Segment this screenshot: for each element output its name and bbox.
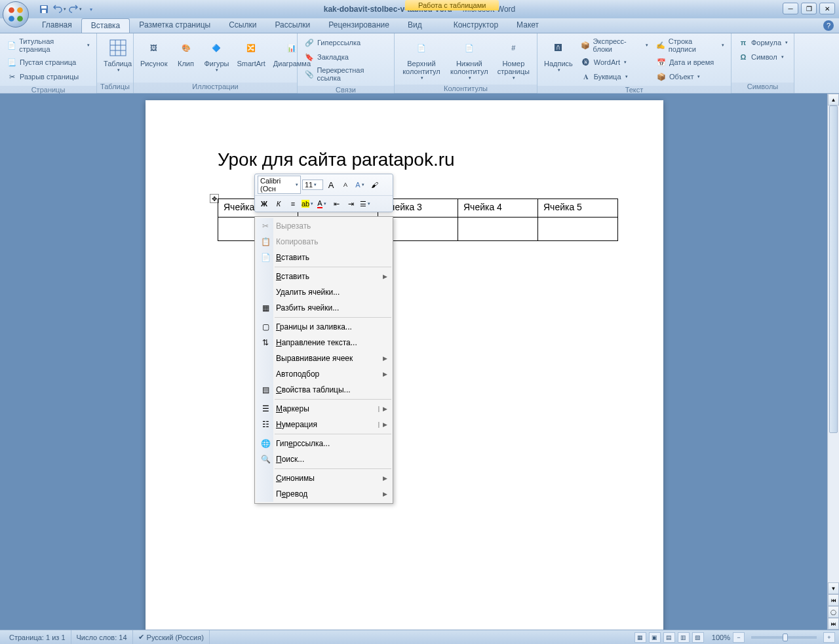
tab-layout[interactable]: Макет xyxy=(507,18,548,33)
tab-insert[interactable]: Вставка xyxy=(81,18,130,33)
bold-button[interactable]: Ж xyxy=(258,197,271,210)
view-print-layout[interactable]: ▦ xyxy=(634,632,646,643)
zoom-out-button[interactable]: − xyxy=(733,632,745,643)
status-words[interactable]: Число слов: 14 xyxy=(71,630,133,644)
help-button[interactable]: ? xyxy=(823,20,834,31)
zoom-slider-thumb[interactable] xyxy=(783,634,788,641)
status-page[interactable]: Страница: 1 из 1 xyxy=(4,630,71,644)
pagenum-button[interactable]: #Номер страницы▾ xyxy=(494,36,533,82)
cover-page-icon: 📄 xyxy=(7,40,16,50)
tab-page-layout[interactable]: Разметка страницы xyxy=(130,18,220,33)
tab-view[interactable]: Вид xyxy=(399,18,431,33)
view-outline[interactable]: ▥ xyxy=(678,632,690,643)
tab-mailings[interactable]: Рассылки xyxy=(265,18,319,33)
smartart-button[interactable]: 🔀SmartArt xyxy=(234,36,267,69)
ctx-delete-cells[interactable]: Удалить ячейки... xyxy=(256,284,391,300)
zoom-in-button[interactable]: + xyxy=(823,632,835,643)
redo-button[interactable]: ▾ xyxy=(68,2,83,16)
ctx-lookup[interactable]: 🔍Поиск... xyxy=(256,451,391,467)
ctx-split-cells[interactable]: ▦Разбить ячейки... xyxy=(256,300,391,316)
scroll-up-button[interactable]: ▲ xyxy=(828,94,839,105)
ctx-numbering[interactable]: ☷Нумерация|▶ xyxy=(256,417,391,432)
hyperlink-button[interactable]: 🔗Гиперссылка xyxy=(302,36,390,49)
ctx-bullets[interactable]: ☰Маркеры|▶ xyxy=(256,401,391,417)
restore-button[interactable]: ❐ xyxy=(801,3,817,14)
ctx-insert[interactable]: Вставить▶ xyxy=(256,269,391,284)
decrease-indent-button[interactable]: ⇤ xyxy=(330,197,343,210)
object-button[interactable]: 📦Объект▾ xyxy=(654,70,727,83)
italic-button[interactable]: К xyxy=(272,197,285,210)
qat-customize[interactable]: ▾ xyxy=(84,2,98,16)
save-button[interactable] xyxy=(37,2,51,16)
view-web[interactable]: ▤ xyxy=(663,632,675,643)
table-button[interactable]: Таблица▾ xyxy=(101,36,134,74)
ctx-paste[interactable]: 📄Вставить xyxy=(256,250,391,265)
view-draft[interactable]: ▧ xyxy=(692,632,704,643)
dropcap-button[interactable]: 𝐀Буквица▾ xyxy=(578,70,651,83)
center-button[interactable]: ≡ xyxy=(286,197,300,210)
ctx-autofit[interactable]: Автоподбор▶ xyxy=(256,366,391,382)
equation-button[interactable]: πФормула▾ xyxy=(735,36,790,49)
font-color-button[interactable]: A▾ xyxy=(315,197,328,210)
tab-design[interactable]: Конструктор xyxy=(444,18,507,33)
paste-icon: 📄 xyxy=(258,252,273,263)
minimize-button[interactable]: ─ xyxy=(783,3,798,14)
increase-indent-button[interactable]: ⇥ xyxy=(344,197,357,210)
styles-button[interactable]: A▾ xyxy=(353,178,366,191)
quickparts-button[interactable]: 📦Экспресс-блоки▾ xyxy=(578,36,651,54)
grow-font-button[interactable]: A xyxy=(324,178,338,191)
ctx-translate[interactable]: Перевод▶ xyxy=(256,486,391,502)
undo-button[interactable]: ▾ xyxy=(52,2,67,16)
shapes-button[interactable]: 🔷Фигуры▾ xyxy=(202,36,232,74)
ctx-text-direction[interactable]: ⇅Направление текста... xyxy=(256,335,391,350)
next-page-button[interactable]: ⏭ xyxy=(828,618,839,630)
close-button[interactable]: ✕ xyxy=(819,3,835,14)
tab-references[interactable]: Ссылки xyxy=(220,18,265,33)
ctx-borders[interactable]: ▢Границы и заливка... xyxy=(256,319,391,335)
prev-page-button[interactable]: ⏮ xyxy=(828,594,839,606)
table-cell[interactable]: Ячейка 4 xyxy=(458,199,538,218)
font-combo[interactable]: Calibri (Осн▾ xyxy=(258,176,301,194)
bullets-mini-button[interactable]: ☰▾ xyxy=(359,197,372,210)
zoom-level[interactable]: 100% xyxy=(712,634,730,641)
sigline-button[interactable]: ✍Строка подписи▾ xyxy=(654,36,727,54)
shrink-font-button[interactable]: A xyxy=(339,178,352,191)
zoom-slider[interactable] xyxy=(751,636,817,639)
document-heading[interactable]: Урок для сайта paratapok.ru xyxy=(218,149,455,170)
group-pages-label: Страницы xyxy=(0,86,96,94)
bookmark-button[interactable]: 🔖Закладка xyxy=(302,50,390,64)
size-combo[interactable]: 11▾ xyxy=(302,180,323,190)
format-painter-button[interactable]: 🖌 xyxy=(368,178,381,191)
ctx-hyperlink[interactable]: 🌐Гиперссылка... xyxy=(256,436,391,451)
scroll-thumb[interactable] xyxy=(829,105,838,433)
submenu-arrow-icon: ▶ xyxy=(383,371,387,377)
datetime-button[interactable]: 📅Дата и время xyxy=(654,56,727,69)
tab-home[interactable]: Главная xyxy=(33,18,81,33)
office-button[interactable] xyxy=(3,1,29,28)
page-break-button[interactable]: ✂Разрыв страницы xyxy=(4,70,92,83)
header-button[interactable]: 📄Верхний колонтитул▾ xyxy=(399,36,444,82)
crossref-button[interactable]: 📎Перекрестная ссылка xyxy=(302,65,390,83)
picture-button[interactable]: 🖼Рисунок xyxy=(138,36,170,69)
table-cell[interactable] xyxy=(458,218,538,241)
symbol-button[interactable]: ΩСимвол▾ xyxy=(735,50,790,64)
highlight-button[interactable]: ab▾ xyxy=(301,197,314,210)
table-cell[interactable] xyxy=(538,218,618,241)
ctx-synonyms[interactable]: Синонимы▶ xyxy=(256,470,391,486)
wordart-button[interactable]: 🅦WordArt▾ xyxy=(578,56,651,69)
clip-button[interactable]: 🎨Клип xyxy=(173,36,199,69)
cover-page-button[interactable]: 📄Титульная страница▾ xyxy=(4,36,92,54)
view-full-screen[interactable]: ▣ xyxy=(649,632,661,643)
blank-page-button[interactable]: 📃Пустая страница xyxy=(4,56,92,69)
status-language[interactable]: ✔Русский (Россия) xyxy=(133,630,210,644)
page[interactable]: Урок для сайта paratapok.ru ✥ Ячейка 1 Я… xyxy=(146,100,663,630)
ctx-alignment[interactable]: Выравнивание ячеек▶ xyxy=(256,350,391,366)
browse-object-button[interactable]: ◯ xyxy=(828,606,839,618)
footer-button[interactable]: 📄Нижний колонтитул▾ xyxy=(447,36,492,82)
scroll-down-button[interactable]: ▼ xyxy=(828,582,839,594)
table-cell[interactable]: Ячейка 5 xyxy=(538,199,618,218)
textbox-button[interactable]: 🅰Надпись▾ xyxy=(541,36,576,74)
tab-review[interactable]: Рецензирование xyxy=(319,18,399,33)
ctx-table-props[interactable]: ▤Свойства таблицы... xyxy=(256,382,391,398)
vertical-scrollbar[interactable]: ▲ ▼ ⏮ ◯ ⏭ xyxy=(827,94,839,630)
